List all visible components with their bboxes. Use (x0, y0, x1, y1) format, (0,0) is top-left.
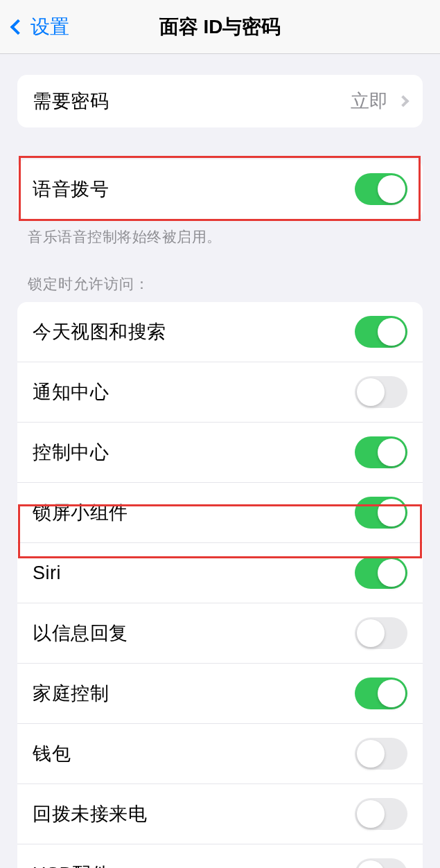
row-label: 回拨未接来电 (33, 801, 147, 826)
toggle-knob (357, 740, 385, 768)
row-lock-item: 家庭控制 (17, 664, 423, 724)
row-label: 语音拨号 (33, 177, 109, 202)
row-require-passcode[interactable]: 需要密码 立即 (17, 75, 423, 127)
row-lock-item: 通知中心 (17, 362, 423, 423)
toggle-knob (357, 378, 385, 406)
toggle-lock-item[interactable] (355, 376, 407, 408)
toggle-knob (378, 559, 405, 587)
toggle-lock-item[interactable] (355, 677, 407, 709)
toggle-lock-item[interactable] (355, 738, 407, 770)
toggle-knob (378, 175, 405, 203)
row-lock-item: USB配件 (17, 844, 423, 868)
toggle-knob (378, 439, 405, 466)
row-lock-item: 锁屏小组件 (17, 483, 423, 543)
row-label: 锁屏小组件 (33, 500, 128, 525)
nav-bar: 设置 面容 ID与密码 (0, 0, 440, 54)
toggle-knob (357, 800, 385, 828)
toggle-lock-item[interactable] (355, 798, 407, 830)
content: 需要密码 立即 语音拨号 音乐语音控制将始终被启用。 锁定时允许访问： 今天视图… (0, 75, 440, 868)
row-lock-item: 控制中心 (17, 423, 423, 483)
row-label: 今天视图和搜索 (33, 319, 166, 344)
toggle-voice-dial[interactable] (355, 173, 407, 205)
toggle-lock-item[interactable] (355, 316, 407, 348)
row-label: Siri (33, 563, 61, 584)
row-lock-item: Siri (17, 543, 423, 603)
row-lock-item: 回拨未接来电 (17, 784, 423, 844)
row-lock-item: 以信息回复 (17, 603, 423, 664)
toggle-lock-item[interactable] (355, 557, 407, 589)
section-require-passcode: 需要密码 立即 (0, 75, 440, 127)
nav-back-label: 设置 (30, 14, 69, 40)
lock-access-header: 锁定时允许访问： (0, 274, 440, 302)
row-label: 控制中心 (33, 440, 109, 465)
row-value: 立即 (351, 89, 388, 114)
section-lock-access: 锁定时允许访问： 今天视图和搜索通知中心控制中心锁屏小组件Siri以信息回复家庭… (0, 274, 440, 868)
row-label: 家庭控制 (33, 681, 109, 706)
row-voice-dial: 语音拨号 (17, 159, 423, 219)
section-voice-dial: 语音拨号 音乐语音控制将始终被启用。 (0, 159, 440, 247)
row-label: 通知中心 (33, 380, 109, 405)
row-lock-item: 今天视图和搜索 (17, 302, 423, 362)
toggle-lock-item[interactable] (355, 436, 407, 468)
row-label: USB配件 (33, 862, 110, 868)
row-label: 钱包 (33, 741, 71, 766)
nav-back-button[interactable]: 设置 (7, 14, 69, 40)
chevron-left-icon (10, 19, 26, 35)
row-value-wrap: 立即 (351, 89, 407, 114)
toggle-knob (378, 318, 405, 346)
toggle-lock-item[interactable] (355, 858, 407, 868)
voice-dial-footer: 音乐语音控制将始终被启用。 (0, 219, 440, 247)
toggle-knob (357, 619, 385, 647)
toggle-knob (378, 680, 405, 707)
nav-title: 面容 ID与密码 (159, 14, 281, 40)
toggle-lock-item[interactable] (355, 497, 407, 529)
row-label: 需要密码 (33, 89, 109, 114)
row-lock-item: 钱包 (17, 724, 423, 784)
toggle-knob (378, 499, 405, 526)
toggle-knob (357, 860, 385, 868)
chevron-right-icon (398, 96, 410, 107)
row-label: 以信息回复 (33, 621, 128, 646)
lock-access-group: 今天视图和搜索通知中心控制中心锁屏小组件Siri以信息回复家庭控制钱包回拨未接来… (17, 302, 423, 868)
toggle-lock-item[interactable] (355, 617, 407, 649)
